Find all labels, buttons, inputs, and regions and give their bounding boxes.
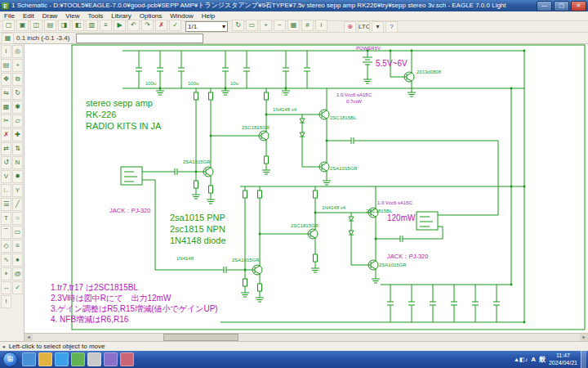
tool-group-icon[interactable]: ▦: [1, 101, 11, 114]
library-icon[interactable]: ▥: [86, 20, 98, 31]
tool-net-icon[interactable]: ∿: [1, 254, 11, 267]
maximize-button[interactable]: ▢: [554, 1, 569, 11]
tool-erc-icon[interactable]: ✓: [12, 281, 23, 294]
sheet-selector-value: 1/1: [188, 23, 197, 30]
ime-alpha-indicator[interactable]: A: [531, 356, 536, 363]
sheet-selector[interactable]: 1/1 ▾: [185, 21, 228, 32]
schematic-label: 1N4148 x4: [322, 205, 346, 210]
tool-wire-icon[interactable]: ╱: [12, 198, 23, 211]
tool-rect-icon[interactable]: ▭: [12, 226, 23, 239]
tool-arc-icon[interactable]: ⌒: [1, 226, 11, 239]
tool-polygon-icon[interactable]: ◇: [1, 240, 11, 253]
help-icon[interactable]: ?: [385, 21, 398, 33]
taskbar: ⊞ ▲◧♪ A 般 11:47 2024/04/21: [0, 351, 588, 368]
status-icon: ●: [2, 344, 6, 349]
redo-icon[interactable]: ↷: [141, 20, 154, 31]
board-icon[interactable]: ◧: [72, 20, 84, 31]
redraw-icon[interactable]: ↻: [232, 20, 244, 31]
taskbar-app-4[interactable]: [71, 352, 85, 366]
tool-mirror-icon[interactable]: ⇋: [1, 87, 11, 100]
tool-replace-icon[interactable]: ↺: [1, 156, 11, 169]
menu-item-help[interactable]: Help: [198, 11, 219, 20]
tool-pinswap-icon[interactable]: ⇄: [1, 142, 11, 155]
zoom-out-icon[interactable]: −: [274, 20, 286, 31]
undo-icon[interactable]: ↶: [127, 20, 140, 31]
tool-copy-icon[interactable]: ⧉: [12, 73, 23, 86]
tool-move-icon[interactable]: ✥: [1, 73, 11, 86]
close-button[interactable]: ✕: [571, 1, 586, 11]
tool-invoke-icon[interactable]: ☰: [1, 198, 11, 211]
taskbar-clock[interactable]: 11:47 2024/04/21: [549, 352, 577, 367]
tool-gateswap-icon[interactable]: ⇅: [12, 142, 23, 155]
script-icon[interactable]: ≡: [100, 20, 112, 31]
tool-show-icon[interactable]: ◎: [12, 45, 23, 58]
go-icon[interactable]: ✓: [169, 20, 181, 31]
tool-rotate-icon[interactable]: ↻: [12, 87, 23, 100]
schematic-label: 2SA1015GR: [330, 166, 358, 171]
taskbar-app-3[interactable]: [55, 352, 69, 366]
tool-smash-icon[interactable]: ✸: [12, 170, 23, 183]
info-tool-icon[interactable]: i: [315, 20, 327, 31]
status-message: Left-click to select object to move: [9, 343, 105, 350]
taskbar-app-5[interactable]: [87, 352, 101, 366]
tool-dimension-icon[interactable]: ↔: [1, 281, 11, 294]
tool-paste-icon[interactable]: ▱: [12, 114, 23, 128]
zoom-select-icon[interactable]: ▦: [287, 20, 300, 31]
taskbar-app-7[interactable]: [120, 352, 134, 366]
stop-icon[interactable]: ✗: [155, 20, 167, 31]
toolbar-mid-group: ↻▭+−▦#i: [231, 20, 328, 34]
tray-network-icon[interactable]: ◧: [519, 357, 525, 362]
cam-icon[interactable]: ◨: [58, 20, 70, 31]
tool-bus-icon[interactable]: ≡: [12, 240, 23, 253]
taskbar-app-1[interactable]: [22, 352, 36, 366]
tool-label-icon[interactable]: ⌖: [1, 267, 11, 280]
tool-delete-icon[interactable]: ✗: [1, 128, 11, 141]
statusbar: ● Left-click to select object to move: [0, 341, 588, 351]
minimize-button[interactable]: —: [537, 1, 552, 11]
taskbar-app-6[interactable]: [104, 352, 118, 366]
run-icon[interactable]: ▶: [114, 20, 126, 31]
tool-add-icon[interactable]: ✚: [12, 128, 23, 141]
tray-expand-icon[interactable]: ▲: [514, 357, 519, 362]
ltc-menu-label[interactable]: LTC: [358, 21, 370, 33]
tool-cut-icon[interactable]: ✂: [1, 114, 11, 128]
show-desktop-button[interactable]: [581, 351, 586, 368]
tool-change-icon[interactable]: ✱: [12, 101, 23, 114]
schematic-canvas[interactable]: stereo sepp ampRK-226RADIO KITS IN JA2sa…: [24, 44, 588, 341]
tray-icon-group: ▲◧♪: [514, 357, 528, 363]
tool-circle-icon[interactable]: ○: [12, 212, 23, 225]
quick-launch: [22, 352, 134, 366]
grid-icon[interactable]: #: [301, 20, 314, 31]
tool-mark-icon[interactable]: +: [12, 59, 23, 72]
ime-kana-indicator[interactable]: 般: [539, 355, 546, 364]
tray-volume-icon[interactable]: ♪: [525, 357, 528, 362]
scroll-left-icon[interactable]: ◂: [24, 334, 33, 341]
tool-text-icon[interactable]: T: [1, 212, 11, 225]
taskbar-app-2[interactable]: [38, 352, 52, 366]
tool-miter-icon[interactable]: ∟: [1, 184, 11, 197]
zoom-in-icon[interactable]: +: [260, 20, 272, 31]
tool-split-icon[interactable]: Y: [12, 184, 23, 197]
new-icon[interactable]: ▢: [2, 20, 15, 31]
tool-attribute-icon[interactable]: @: [12, 267, 23, 280]
horizontal-scrollbar[interactable]: ◂ ▸: [24, 333, 588, 341]
print-icon[interactable]: ▤: [44, 20, 56, 31]
save-icon[interactable]: ◫: [30, 20, 42, 31]
open-icon[interactable]: ▣: [16, 20, 29, 31]
tool-errors-icon[interactable]: !: [1, 295, 11, 308]
zoom-fit-icon[interactable]: ▭: [246, 20, 258, 31]
scrollbar-thumb[interactable]: [163, 334, 238, 341]
schematic-label: 2SA1015GR: [232, 258, 260, 263]
tool-display-icon[interactable]: ▤: [1, 59, 11, 72]
tool-junction-icon[interactable]: ●: [12, 254, 23, 267]
schematic-label: 100u: [188, 81, 198, 86]
tool-info-icon[interactable]: i: [1, 45, 11, 58]
ltc-tools-icon[interactable]: ⊕: [344, 21, 356, 33]
command-input[interactable]: [76, 34, 203, 43]
tool-value-icon[interactable]: V: [1, 170, 11, 183]
ltc-dropdown-icon[interactable]: ▾: [372, 21, 384, 33]
grid-icon[interactable]: ▦: [2, 33, 14, 44]
scroll-right-icon[interactable]: ▸: [580, 334, 588, 341]
start-button[interactable]: ⊞: [2, 352, 18, 367]
tool-name-icon[interactable]: N: [12, 156, 23, 169]
